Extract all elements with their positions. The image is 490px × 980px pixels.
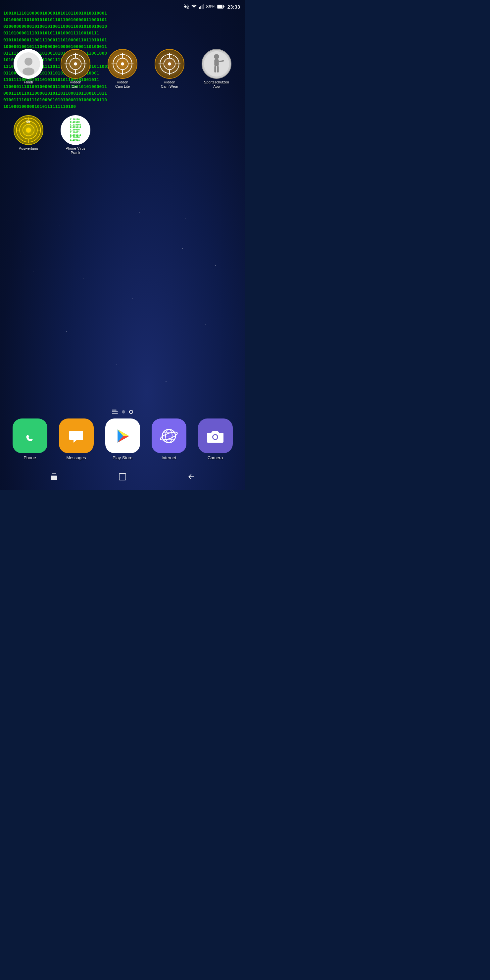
svg-point-32	[214, 54, 219, 59]
bottom-navigation	[0, 465, 245, 490]
signal-icon	[199, 4, 205, 10]
internet-dock-label: Internet	[162, 455, 176, 460]
recent-apps-button[interactable]	[50, 473, 58, 483]
auswertung-icon: 50	[14, 115, 43, 145]
messages-dock-icon	[59, 418, 94, 453]
app-frindr[interactable]: Frindr	[5, 46, 52, 91]
nav-dot-notifications	[122, 410, 125, 414]
svg-rect-3	[203, 4, 203, 9]
dock-camera[interactable]: Camera	[198, 418, 233, 460]
dock: Phone Messages Play Store	[0, 415, 245, 463]
time: 23:33	[228, 4, 240, 10]
svg-point-8	[24, 57, 32, 65]
mute-icon	[183, 4, 189, 10]
svg-rect-6	[223, 6, 224, 7]
messages-dock-label: Messages	[66, 455, 86, 460]
app-phone-virus[interactable]: 0100110011010001110100010010100100010011…	[52, 113, 99, 158]
internet-dock-icon	[152, 418, 186, 453]
dock-messages[interactable]: Messages	[59, 418, 94, 460]
hidden-cam-lite-icon	[108, 49, 137, 79]
home-button[interactable]	[118, 473, 127, 483]
nav-dots	[0, 410, 245, 414]
svg-rect-36	[217, 66, 219, 73]
hidden-cam-label: HiddenCam	[70, 80, 81, 89]
svg-rect-0	[199, 7, 200, 9]
svg-point-9	[22, 68, 35, 75]
svg-rect-1	[200, 6, 201, 9]
svg-rect-33	[214, 59, 218, 66]
app-hidden-cam-wear[interactable]: HiddenCam Wear	[146, 46, 193, 91]
playstore-dock-label: Play Store	[113, 455, 132, 460]
hidden-cam-icon	[60, 49, 91, 79]
dock-phone[interactable]: Phone	[13, 418, 47, 460]
nav-lines-icon	[112, 410, 118, 414]
dock-play-store[interactable]: Play Store	[105, 418, 140, 460]
svg-point-26	[168, 62, 171, 65]
svg-point-12	[74, 62, 77, 65]
hidden-cam-lite-label: HiddenCam Lite	[115, 80, 130, 89]
frindr-label: Frindr	[24, 80, 33, 84]
app-hidden-cam[interactable]: HiddenCam	[52, 46, 99, 91]
dock-internet[interactable]: Internet	[152, 418, 186, 460]
apps-grid-row2: 50 Auswertung 01001100110100011101000100…	[3, 113, 242, 158]
hidden-cam-wear-icon	[154, 49, 185, 79]
nav-dot-active	[129, 410, 133, 414]
phone-virus-label: Phone VirusPrank	[65, 146, 86, 155]
phone-virus-icon: 0100110011010001110100010010100100010011…	[60, 115, 91, 145]
app-schuetzen[interactable]: Sportsschützen App	[193, 46, 240, 91]
auswertung-label: Auswertung	[19, 146, 38, 151]
svg-point-40	[26, 127, 31, 132]
schuetzen-label: Sportsschützen App	[202, 80, 231, 89]
back-button[interactable]	[187, 473, 195, 483]
app-auswertung[interactable]: 50 Auswertung	[5, 113, 52, 158]
camera-dock-label: Camera	[208, 455, 223, 460]
status-icons: 89% 23:33	[183, 4, 240, 10]
phone-dock-label: Phone	[24, 455, 36, 460]
schuetzen-icon	[202, 49, 231, 79]
phone-dock-icon	[13, 418, 47, 453]
battery-icon	[217, 4, 224, 9]
apps-grid-row1: Frindr HiddenCam	[3, 46, 242, 91]
hidden-cam-wear-label: HiddenCam Wear	[161, 80, 178, 89]
svg-point-57	[213, 435, 217, 439]
camera-dock-icon	[198, 418, 233, 453]
svg-rect-58	[119, 473, 126, 480]
battery-percentage: 89%	[206, 4, 216, 9]
wifi-icon	[191, 4, 197, 10]
app-hidden-cam-lite[interactable]: HiddenCam Lite	[99, 46, 146, 91]
playstore-dock-icon	[105, 418, 140, 453]
svg-rect-2	[202, 5, 202, 9]
svg-rect-35	[214, 66, 216, 73]
status-bar: 89% 23:33	[0, 0, 245, 13]
svg-text:50: 50	[26, 120, 30, 124]
svg-rect-5	[218, 5, 223, 8]
svg-point-19	[121, 62, 124, 65]
frindr-icon	[14, 49, 43, 79]
